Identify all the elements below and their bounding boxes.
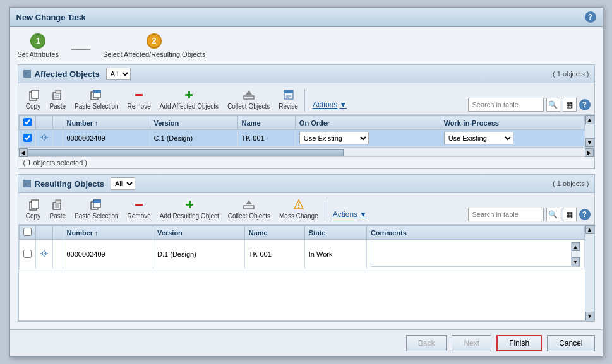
step2-label: Select Affected/Resulting Objects	[103, 50, 205, 58]
resulting-col-version[interactable]: Version	[153, 226, 245, 240]
resulting-check-all[interactable]	[19, 226, 35, 240]
hscroll-left-arrow[interactable]: ◀	[19, 148, 28, 157]
svg-point-40	[298, 207, 299, 208]
wip-select[interactable]: Use Existing	[444, 132, 513, 144]
resulting-col-number[interactable]: Number ↑	[63, 226, 153, 240]
col-version-header[interactable]: Version	[150, 116, 237, 130]
resulting-col-lock	[52, 226, 63, 240]
affected-paste-btn[interactable]: Paste	[46, 86, 70, 112]
resulting-filter-select[interactable]: All	[111, 177, 135, 190]
affected-add-btn[interactable]: Add Affected Objects	[156, 86, 222, 112]
resulting-row-comments[interactable]: ▲ ▼	[366, 240, 584, 269]
col-icon-header	[35, 116, 52, 130]
resulting-vscroll-up[interactable]: ▲	[585, 225, 594, 234]
resulting-actions-btn[interactable]: Actions ▼	[328, 208, 372, 221]
resulting-remove-btn[interactable]: Remove	[124, 196, 155, 221]
gear-icon	[40, 133, 49, 142]
hscroll-right-arrow[interactable]: ▶	[585, 148, 594, 157]
resulting-copy-btn[interactable]: Copy	[22, 196, 45, 221]
row-lock-cell	[52, 130, 63, 147]
affected-actions-btn[interactable]: Actions ▼	[308, 98, 352, 112]
svg-marker-13	[246, 90, 252, 95]
affected-grid-options-btn[interactable]: ▦	[563, 98, 577, 112]
resulting-help-icon[interactable]: ?	[579, 209, 591, 220]
svg-rect-33	[135, 204, 143, 206]
on-order-select[interactable]: Use Existing	[299, 132, 369, 144]
mass-change-btn[interactable]: Mass Change	[275, 196, 322, 221]
affected-filter-select[interactable]: All	[106, 68, 131, 80]
comments-scroll-up[interactable]: ▲	[572, 242, 580, 251]
resulting-add-btn[interactable]: Add Resulting Object	[156, 196, 223, 221]
resulting-collapse-btn[interactable]: −	[23, 180, 31, 187]
resulting-row-checkbox[interactable]	[23, 250, 32, 258]
cancel-button[interactable]: Cancel	[547, 335, 594, 351]
svg-rect-32	[93, 200, 100, 203]
svg-point-42	[44, 253, 45, 254]
col-check-all[interactable]	[19, 116, 35, 130]
svg-rect-2	[53, 93, 61, 100]
svg-rect-8	[93, 90, 100, 93]
add-affected-icon	[182, 88, 196, 102]
paste-selection-icon	[90, 88, 104, 102]
affected-collapse-btn[interactable]: −	[23, 70, 31, 78]
resulting-paste-btn[interactable]: Paste	[46, 196, 70, 221]
affected-search-input[interactable]	[468, 98, 544, 112]
affected-vscroll: ▲ ▼	[585, 115, 594, 147]
svg-point-19	[44, 137, 45, 138]
step2-circle: 2	[147, 33, 162, 49]
resulting-copy-label: Copy	[26, 213, 40, 220]
svg-rect-11	[185, 94, 193, 96]
resulting-grid-options-btn[interactable]: ▦	[563, 208, 577, 221]
resulting-objects-section: − Resulting Objects All ( 1 objects )	[18, 174, 595, 322]
svg-rect-26	[53, 203, 61, 209]
resulting-vscroll-down[interactable]: ▼	[585, 312, 594, 320]
vscroll-down[interactable]: ▼	[585, 138, 594, 147]
resulting-paste-selection-btn[interactable]: Paste Selection	[71, 196, 123, 221]
affected-table-header: Number ↑ Version Name On Order Work-in-P…	[19, 116, 584, 130]
affected-paste-selection-btn[interactable]: Paste Selection	[71, 86, 123, 112]
affected-remove-btn[interactable]: Remove	[124, 86, 155, 112]
affected-revise-btn[interactable]: Revise	[275, 86, 302, 112]
affected-status-bar: ( 1 objects selected )	[18, 156, 594, 168]
comments-scroll-track	[572, 251, 580, 257]
vscroll-up[interactable]: ▲	[585, 115, 594, 124]
resulting-vscroll-track	[585, 234, 594, 312]
row-checkbox-cell[interactable]	[19, 130, 35, 147]
resulting-col-name[interactable]: Name	[244, 226, 304, 240]
next-button[interactable]: Next	[452, 335, 491, 351]
resulting-table-area: Number ↑ Version Name State Comments	[18, 225, 594, 321]
actions-dropdown-arrow: ▼	[339, 100, 347, 109]
col-name-header[interactable]: Name	[237, 116, 295, 130]
resulting-col-state[interactable]: State	[304, 226, 366, 240]
finish-button[interactable]: Finish	[496, 335, 542, 351]
check-all-checkbox[interactable]	[23, 118, 32, 126]
wip-dropdown-container: Use Existing	[444, 132, 580, 144]
resulting-col-comments[interactable]: Comments	[366, 226, 584, 240]
revise-icon	[282, 88, 296, 102]
col-on-order-header[interactable]: On Order	[295, 116, 440, 130]
col-number-header[interactable]: Number ↑	[63, 116, 150, 130]
hscroll-thumb[interactable]	[28, 149, 344, 156]
col-lock-header	[52, 116, 63, 130]
comments-cell-container: ▲ ▼	[371, 242, 580, 267]
affected-search-btn[interactable]: 🔍	[546, 98, 560, 112]
resulting-row-checkbox-cell[interactable]	[19, 240, 35, 269]
affected-copy-btn[interactable]: Copy	[22, 86, 45, 112]
col-wip-header[interactable]: Work-in-Process	[440, 116, 584, 130]
comments-scroll-down[interactable]: ▼	[572, 257, 580, 266]
resulting-filter: All	[111, 177, 135, 190]
resulting-search-input[interactable]	[468, 208, 544, 221]
row-checkbox[interactable]	[23, 134, 32, 142]
back-button[interactable]: Back	[406, 335, 447, 351]
affected-help-icon[interactable]: ?	[579, 99, 591, 110]
resulting-check-all-checkbox[interactable]	[23, 228, 32, 236]
affected-collect-btn[interactable]: Collect Objects	[224, 86, 273, 112]
resulting-search-btn[interactable]: 🔍	[546, 208, 560, 221]
comments-textarea[interactable]	[371, 242, 571, 266]
affected-hscrollbar[interactable]: ◀ ▶	[18, 148, 594, 156]
remove-label: Remove	[128, 103, 151, 110]
resulting-collect-btn[interactable]: Collect Objects	[224, 196, 274, 221]
help-icon[interactable]: ?	[585, 11, 596, 23]
tb-separator-2	[325, 199, 325, 221]
resulting-row-name: TK-001	[244, 240, 304, 269]
